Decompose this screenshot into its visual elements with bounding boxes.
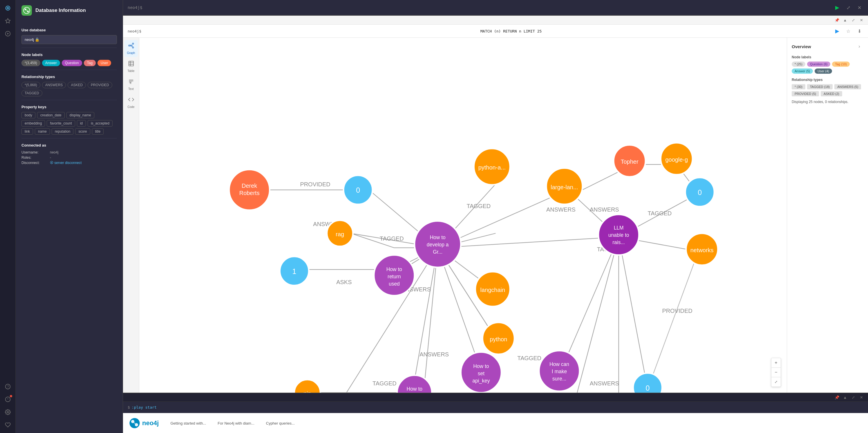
db-select-wrap: neo4j 🔒 [22, 35, 117, 44]
prop-embedding[interactable]: embedding [22, 120, 45, 127]
node-label-answer[interactable]: Answer [42, 60, 60, 66]
ov-rel-provided[interactable]: PROVIDED (5) [792, 91, 819, 96]
svg-text:1: 1 [292, 267, 297, 275]
nav-error-icon[interactable] [3, 394, 13, 405]
graph-tab-icon [128, 42, 134, 50]
svg-line-20 [132, 45, 132, 45]
rel-tagged[interactable]: TAGGED [22, 90, 42, 96]
prop-creation-date[interactable]: creation_date [37, 112, 65, 118]
bottom-label-1: Getting started with... [170, 421, 206, 426]
tab-graph[interactable]: Graph [124, 40, 138, 57]
svg-line-45 [438, 237, 619, 248]
svg-text:?: ? [7, 385, 9, 388]
prop-link[interactable]: link [22, 128, 33, 135]
svg-marker-4 [7, 33, 9, 35]
top-run-button[interactable]: ▶ [833, 3, 841, 11]
top-query-input[interactable] [145, 5, 830, 10]
bottom-collapse-button[interactable]: ▲ [842, 394, 848, 401]
svg-text:langchain: langchain [480, 287, 505, 293]
collapse-up-button[interactable]: ▲ [842, 17, 848, 23]
svg-text:python: python [490, 336, 507, 342]
main-content: neo4j$ ▶ ⤢ ✕ 📌 ▲ ⤢ ✕ neo4j$ MATCH (n) RE… [123, 0, 868, 433]
zoom-out-button[interactable]: − [771, 368, 781, 377]
ov-label-question[interactable]: Question (6) [807, 62, 831, 67]
zoom-controls: + − ⤢ [771, 358, 781, 387]
prop-is-accepted[interactable]: is_accepted [88, 120, 113, 127]
ov-rel-all[interactable]: * (30) [792, 84, 805, 89]
rel-asked[interactable]: ASKED [68, 82, 86, 88]
tab-code[interactable]: Code [124, 94, 138, 111]
svg-point-117 [135, 423, 138, 426]
node-label-tag[interactable]: Tag [84, 60, 96, 66]
top-query-bar: neo4j$ ▶ ⤢ ✕ [123, 0, 868, 16]
pin-button[interactable]: 📌 [834, 17, 840, 23]
bottom-expand-button[interactable]: ⤢ [850, 394, 857, 401]
ov-label-answer[interactable]: Answer (5) [792, 68, 813, 74]
connected-username-row: Username: neo4j [22, 150, 117, 154]
svg-point-17 [132, 47, 134, 48]
rel-all[interactable]: *(5,868) [22, 82, 40, 88]
svg-line-56 [619, 237, 648, 389]
overview-rel-types: * (30) TAGGED (18) ANSWERS (5) PROVIDED … [792, 84, 863, 96]
tab-table[interactable]: Table [124, 58, 138, 75]
disconnect-link[interactable]: ⦿ server disconnect [50, 161, 82, 165]
rel-answers[interactable]: ANSWERS [42, 82, 66, 88]
prop-score[interactable]: score [75, 128, 90, 135]
node-label-user[interactable]: User [97, 60, 111, 66]
frame-download-button[interactable]: ⬇ [855, 27, 863, 35]
prop-id[interactable]: id [77, 120, 86, 127]
roles-value: - [50, 156, 51, 160]
graph-area[interactable]: PROVIDED ANSWERS TAGGED TAGGED ANSWERS A… [139, 38, 787, 393]
expand-frame-button[interactable]: ⤢ [850, 17, 857, 23]
svg-text:PROVIDED: PROVIDED [300, 181, 330, 187]
ov-rel-answers[interactable]: ANSWERS (5) [834, 84, 861, 89]
top-close-button[interactable]: ✕ [855, 3, 863, 11]
close-frame-button[interactable]: ✕ [858, 17, 865, 23]
nav-play-icon[interactable] [3, 28, 13, 39]
ov-rel-tagged[interactable]: TAGGED (18) [807, 84, 833, 89]
svg-text:set: set [478, 371, 485, 376]
nav-star-icon[interactable] [3, 16, 13, 26]
prop-body[interactable]: body [22, 112, 35, 118]
nav-plugin-icon[interactable] [3, 420, 13, 430]
svg-text:sure...: sure... [552, 376, 566, 382]
prop-name[interactable]: name [35, 128, 50, 135]
frame-star-button[interactable]: ☆ [844, 27, 852, 35]
bottom-pin-button[interactable]: 📌 [834, 394, 840, 401]
tab-text[interactable]: A Text [124, 76, 138, 93]
prop-reputation[interactable]: reputation [52, 128, 73, 135]
prop-title[interactable]: title [92, 128, 104, 135]
ov-label-user[interactable]: User (4) [815, 68, 832, 74]
zoom-fit-button[interactable]: ⤢ [771, 377, 781, 386]
nav-home-icon[interactable] [3, 3, 13, 13]
svg-point-15 [128, 45, 130, 47]
divider-1 [22, 48, 117, 48]
graph-svg: PROVIDED ANSWERS TAGGED TAGGED ANSWERS A… [139, 38, 787, 393]
tab-text-label: Text [128, 87, 133, 91]
frame-query-text: MATCH (n) RETURN n LIMIT 25 [480, 29, 830, 33]
frame-run-button[interactable]: ▶ [833, 27, 841, 35]
node-label-all[interactable]: *(3,459) [22, 60, 40, 66]
node-label-question[interactable]: Question [62, 60, 82, 66]
ov-label-all[interactable]: * (25) [792, 62, 805, 67]
prop-favorite-count[interactable]: favorite_count [47, 120, 75, 127]
nav-settings-icon[interactable] [3, 407, 13, 417]
sidebar-content: Use database neo4j 🔒 Node labels *(3,459… [16, 19, 123, 433]
prop-display-name[interactable]: display_name [66, 112, 94, 118]
rel-provided[interactable]: PROVIDED [88, 82, 112, 88]
zoom-in-button[interactable]: + [771, 358, 781, 367]
ov-label-tag[interactable]: Tag (10) [832, 62, 849, 67]
disconnect-label: Disconnect: [22, 161, 48, 165]
top-expand-button[interactable]: ⤢ [844, 3, 852, 11]
db-select[interactable]: neo4j 🔒 [22, 35, 117, 44]
svg-line-55 [561, 237, 619, 371]
divider-2 [22, 70, 117, 70]
bottom-close-button[interactable]: ✕ [858, 394, 865, 401]
nav-help-icon[interactable]: ? [3, 381, 13, 392]
left-nav: ? [0, 0, 16, 433]
use-database-label: Use database [22, 28, 117, 32]
overview-expand-button[interactable]: › [855, 42, 863, 51]
svg-text:LLM: LLM [614, 225, 624, 231]
ov-rel-asked[interactable]: ASKED (2) [821, 91, 842, 96]
node-labels-title: Node labels [22, 53, 117, 57]
